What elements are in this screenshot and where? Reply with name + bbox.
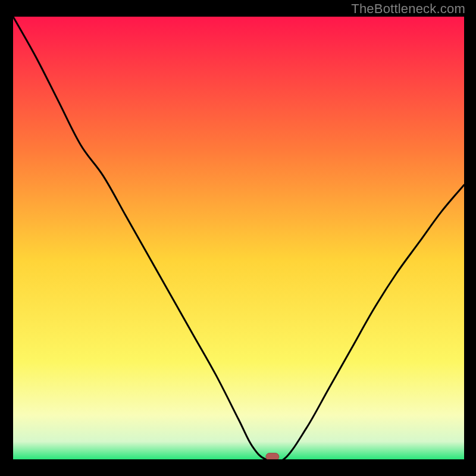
- gradient-background: [13, 17, 464, 459]
- bottleneck-chart: [13, 17, 464, 459]
- attribution-text: TheBottleneck.com: [351, 1, 465, 17]
- optimal-marker: [266, 453, 279, 459]
- chart-svg: [13, 17, 464, 459]
- chart-container: TheBottleneck.com: [0, 0, 476, 476]
